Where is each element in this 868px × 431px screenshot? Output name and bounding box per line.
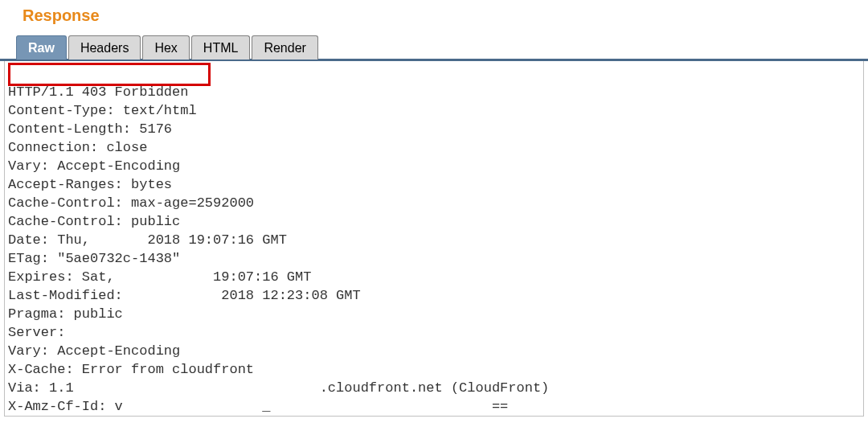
header-line: Expires: Sat, 19:07:16 GMT bbox=[8, 268, 863, 286]
tab-hex[interactable]: Hex bbox=[142, 35, 189, 60]
response-body[interactable]: HTTP/1.1 403 ForbiddenContent-Type: text… bbox=[5, 61, 863, 416]
response-content: HTTP/1.1 403 ForbiddenContent-Type: text… bbox=[4, 61, 864, 417]
header-line: Vary: Accept-Encoding bbox=[8, 157, 863, 175]
header-line: Accept-Ranges: bytes bbox=[8, 175, 863, 194]
header-line: X-Amz-Cf-Id: v _ == bbox=[8, 397, 863, 416]
tab-headers[interactable]: Headers bbox=[68, 35, 141, 60]
header-line: Connection: close bbox=[8, 138, 863, 157]
status-line: HTTP/1.1 403 Forbidden bbox=[8, 83, 863, 101]
header-line: Content-Type: text/html bbox=[8, 101, 863, 120]
header-line: X-Cache: Error from cloudfront bbox=[8, 360, 863, 379]
header-line: Cache-Control: max-age=2592000 bbox=[8, 194, 863, 212]
header-line: Cache-Control: public bbox=[8, 212, 863, 231]
header-line: Date: Thu, 2018 19:07:16 GMT bbox=[8, 231, 863, 249]
tab-render[interactable]: Render bbox=[252, 35, 317, 60]
header-line: Server: bbox=[8, 323, 863, 342]
tab-raw[interactable]: Raw bbox=[16, 35, 67, 60]
header-line: Pragma: public bbox=[8, 305, 863, 323]
header-line: Last-Modified: 2018 12:23:08 GMT bbox=[8, 286, 863, 305]
response-section-title: Response bbox=[0, 0, 868, 33]
response-tabs: Raw Headers Hex HTML Render bbox=[0, 35, 868, 61]
header-line: ETag: "5ae0732c-1438" bbox=[8, 249, 863, 268]
tab-html[interactable]: HTML bbox=[191, 35, 251, 60]
header-line: Via: 1.1 .cloudfront.net (CloudFront) bbox=[8, 379, 863, 397]
header-line: Content-Length: 5176 bbox=[8, 120, 863, 138]
header-line: Vary: Accept-Encoding bbox=[8, 342, 863, 360]
